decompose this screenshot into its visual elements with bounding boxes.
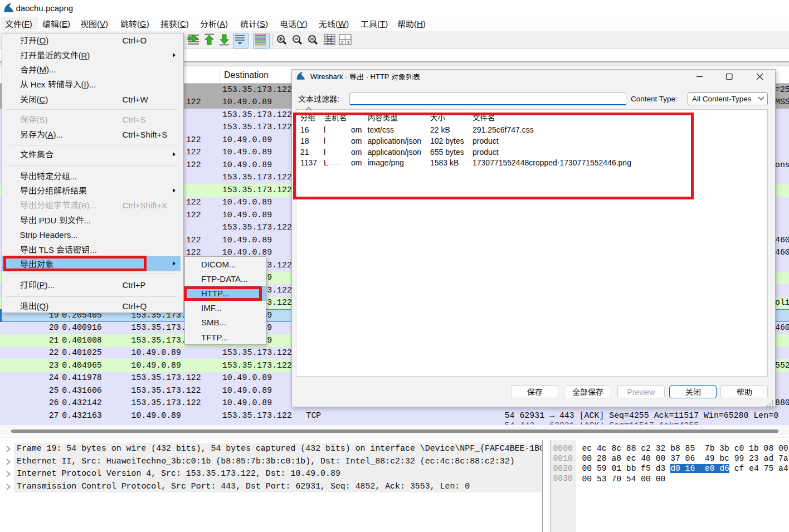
svg-text:3: 3 — [347, 41, 349, 45]
svg-text:1: 1 — [344, 35, 347, 39]
svg-text:2: 2 — [341, 41, 343, 45]
